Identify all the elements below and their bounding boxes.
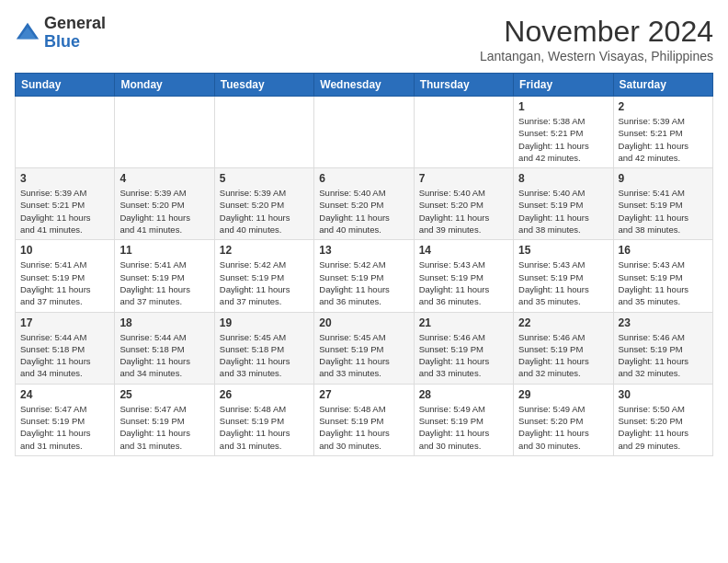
day-info: Sunrise: 5:50 AM Sunset: 5:20 PM Dayligh… <box>619 403 708 452</box>
calendar-cell: 3Sunrise: 5:39 AM Sunset: 5:21 PM Daylig… <box>16 168 115 240</box>
calendar-week-row: 3Sunrise: 5:39 AM Sunset: 5:21 PM Daylig… <box>16 168 713 240</box>
day-info: Sunrise: 5:38 AM Sunset: 5:21 PM Dayligh… <box>518 115 608 164</box>
calendar-table: SundayMondayTuesdayWednesdayThursdayFrid… <box>15 73 713 456</box>
logo-general: General <box>44 15 106 33</box>
day-number: 21 <box>419 316 508 329</box>
day-number: 13 <box>319 244 408 257</box>
calendar-cell: 11Sunrise: 5:41 AM Sunset: 5:19 PM Dayli… <box>115 240 214 312</box>
day-number: 26 <box>220 388 309 401</box>
day-info: Sunrise: 5:39 AM Sunset: 5:20 PM Dayligh… <box>119 187 209 236</box>
calendar-cell: 28Sunrise: 5:49 AM Sunset: 5:19 PM Dayli… <box>414 384 513 455</box>
day-info: Sunrise: 5:47 AM Sunset: 5:19 PM Dayligh… <box>20 403 109 452</box>
day-number: 18 <box>119 316 209 329</box>
calendar-cell: 21Sunrise: 5:46 AM Sunset: 5:19 PM Dayli… <box>414 312 513 384</box>
calendar-cell: 5Sunrise: 5:39 AM Sunset: 5:20 PM Daylig… <box>214 168 313 240</box>
day-number: 11 <box>119 244 209 257</box>
day-number: 16 <box>619 244 708 257</box>
day-number: 5 <box>220 172 309 185</box>
calendar-cell: 19Sunrise: 5:45 AM Sunset: 5:18 PM Dayli… <box>214 312 313 384</box>
logo-blue: Blue <box>44 33 106 52</box>
day-number: 1 <box>518 100 608 113</box>
calendar-week-row: 10Sunrise: 5:41 AM Sunset: 5:19 PM Dayli… <box>16 240 713 312</box>
calendar-cell: 8Sunrise: 5:40 AM Sunset: 5:19 PM Daylig… <box>514 168 613 240</box>
day-info: Sunrise: 5:45 AM Sunset: 5:18 PM Dayligh… <box>220 331 309 380</box>
calendar-cell: 6Sunrise: 5:40 AM Sunset: 5:20 PM Daylig… <box>314 168 414 240</box>
calendar-cell: 9Sunrise: 5:41 AM Sunset: 5:19 PM Daylig… <box>613 168 712 240</box>
day-info: Sunrise: 5:40 AM Sunset: 5:19 PM Dayligh… <box>518 187 608 236</box>
calendar-cell: 4Sunrise: 5:39 AM Sunset: 5:20 PM Daylig… <box>115 168 214 240</box>
day-info: Sunrise: 5:44 AM Sunset: 5:18 PM Dayligh… <box>20 331 109 380</box>
day-info: Sunrise: 5:44 AM Sunset: 5:18 PM Dayligh… <box>119 331 209 380</box>
calendar-cell: 30Sunrise: 5:50 AM Sunset: 5:20 PM Dayli… <box>613 384 712 455</box>
day-number: 14 <box>419 244 508 257</box>
day-info: Sunrise: 5:39 AM Sunset: 5:21 PM Dayligh… <box>619 115 708 164</box>
calendar-cell: 17Sunrise: 5:44 AM Sunset: 5:18 PM Dayli… <box>16 312 115 384</box>
day-info: Sunrise: 5:46 AM Sunset: 5:19 PM Dayligh… <box>619 331 708 380</box>
day-number: 27 <box>319 388 408 401</box>
day-info: Sunrise: 5:42 AM Sunset: 5:19 PM Dayligh… <box>220 259 309 307</box>
calendar-cell <box>16 97 115 168</box>
weekday-header: Sunday <box>16 74 115 97</box>
day-info: Sunrise: 5:48 AM Sunset: 5:19 PM Dayligh… <box>319 403 408 452</box>
day-info: Sunrise: 5:41 AM Sunset: 5:19 PM Dayligh… <box>619 187 708 236</box>
location: Lantangan, Western Visayas, Philippines <box>480 49 713 63</box>
logo-icon <box>15 20 40 46</box>
day-number: 6 <box>319 172 408 185</box>
day-number: 23 <box>619 316 708 329</box>
day-info: Sunrise: 5:42 AM Sunset: 5:19 PM Dayligh… <box>319 259 408 307</box>
day-number: 19 <box>220 316 309 329</box>
day-info: Sunrise: 5:48 AM Sunset: 5:19 PM Dayligh… <box>220 403 309 452</box>
day-info: Sunrise: 5:45 AM Sunset: 5:19 PM Dayligh… <box>319 331 408 380</box>
day-info: Sunrise: 5:39 AM Sunset: 5:20 PM Dayligh… <box>220 187 309 236</box>
calendar-cell: 15Sunrise: 5:43 AM Sunset: 5:19 PM Dayli… <box>514 240 613 312</box>
calendar-week-row: 17Sunrise: 5:44 AM Sunset: 5:18 PM Dayli… <box>16 312 713 384</box>
calendar-cell <box>414 97 513 168</box>
day-number: 30 <box>619 388 708 401</box>
calendar-header-row: SundayMondayTuesdayWednesdayThursdayFrid… <box>16 74 713 97</box>
day-number: 25 <box>119 388 209 401</box>
calendar-cell: 25Sunrise: 5:47 AM Sunset: 5:19 PM Dayli… <box>115 384 214 455</box>
weekday-header: Thursday <box>414 74 513 97</box>
day-number: 29 <box>518 388 608 401</box>
calendar-cell: 12Sunrise: 5:42 AM Sunset: 5:19 PM Dayli… <box>214 240 313 312</box>
weekday-header: Wednesday <box>314 74 414 97</box>
day-info: Sunrise: 5:46 AM Sunset: 5:19 PM Dayligh… <box>518 331 608 380</box>
calendar-cell: 13Sunrise: 5:42 AM Sunset: 5:19 PM Dayli… <box>314 240 414 312</box>
calendar-cell <box>314 97 414 168</box>
calendar-cell: 7Sunrise: 5:40 AM Sunset: 5:20 PM Daylig… <box>414 168 513 240</box>
logo: General Blue <box>15 15 106 52</box>
calendar-cell: 18Sunrise: 5:44 AM Sunset: 5:18 PM Dayli… <box>115 312 214 384</box>
weekday-header: Tuesday <box>214 74 313 97</box>
day-info: Sunrise: 5:47 AM Sunset: 5:19 PM Dayligh… <box>119 403 209 452</box>
day-number: 2 <box>619 100 708 113</box>
day-number: 22 <box>518 316 608 329</box>
day-number: 3 <box>20 172 109 185</box>
day-info: Sunrise: 5:40 AM Sunset: 5:20 PM Dayligh… <box>319 187 408 236</box>
day-info: Sunrise: 5:46 AM Sunset: 5:19 PM Dayligh… <box>419 331 508 380</box>
day-info: Sunrise: 5:43 AM Sunset: 5:19 PM Dayligh… <box>518 259 608 307</box>
calendar-cell: 27Sunrise: 5:48 AM Sunset: 5:19 PM Dayli… <box>314 384 414 455</box>
calendar-cell <box>214 97 313 168</box>
day-number: 28 <box>419 388 508 401</box>
calendar-cell: 10Sunrise: 5:41 AM Sunset: 5:19 PM Dayli… <box>16 240 115 312</box>
day-info: Sunrise: 5:39 AM Sunset: 5:21 PM Dayligh… <box>20 187 109 236</box>
day-number: 10 <box>20 244 109 257</box>
day-info: Sunrise: 5:40 AM Sunset: 5:20 PM Dayligh… <box>419 187 508 236</box>
day-number: 8 <box>518 172 608 185</box>
day-number: 12 <box>220 244 309 257</box>
day-number: 20 <box>319 316 408 329</box>
weekday-header: Friday <box>514 74 613 97</box>
day-info: Sunrise: 5:43 AM Sunset: 5:19 PM Dayligh… <box>619 259 708 307</box>
calendar-week-row: 1Sunrise: 5:38 AM Sunset: 5:21 PM Daylig… <box>16 97 713 168</box>
title-block: November 2024 Lantangan, Western Visayas… <box>480 15 713 63</box>
calendar-cell: 16Sunrise: 5:43 AM Sunset: 5:19 PM Dayli… <box>613 240 712 312</box>
day-number: 7 <box>419 172 508 185</box>
month-year: November 2024 <box>480 15 713 49</box>
weekday-header: Saturday <box>613 74 712 97</box>
calendar-cell <box>115 97 214 168</box>
day-number: 9 <box>619 172 708 185</box>
day-number: 15 <box>518 244 608 257</box>
calendar-cell: 23Sunrise: 5:46 AM Sunset: 5:19 PM Dayli… <box>613 312 712 384</box>
day-info: Sunrise: 5:49 AM Sunset: 5:19 PM Dayligh… <box>419 403 508 452</box>
calendar-cell: 2Sunrise: 5:39 AM Sunset: 5:21 PM Daylig… <box>613 97 712 168</box>
